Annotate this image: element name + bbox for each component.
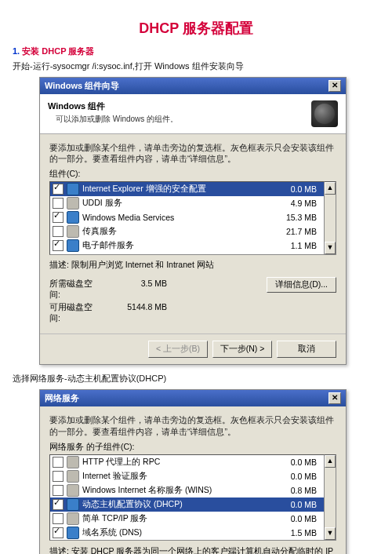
dialog1-title: Windows 组件向导 — [45, 80, 119, 92]
dialog2-listbox[interactable]: HTTP 代理上的 RPC0.0 MBInternet 验证服务0.0 MBWi… — [49, 454, 325, 541]
scroll-up-icon[interactable]: ▲ — [325, 455, 336, 468]
disk-available-label: 可用磁盘空间: — [49, 302, 96, 324]
dialog2-instructions: 要添加或删除某个组件，请单击旁边的复选框。灰色框表示只会安装该组件的一部分。要查… — [49, 414, 336, 436]
dialog2-description: 描述: 安装 DHCP 服务器为同一个网络上的客户端计算机自动分配临时的 IP … — [49, 545, 336, 554]
list-item[interactable]: HTTP 代理上的 RPC0.0 MB — [50, 455, 324, 469]
dialog1-instructions: 要添加或删除某个组件，请单击旁边的复选框。灰色框表示只会安装该组件的一部分。要查… — [49, 142, 336, 164]
item-size: 4.9 MB — [274, 199, 321, 208]
section-1-title: 安装 DHCP 服务器 — [22, 46, 94, 56]
component-icon — [67, 211, 79, 224]
checkbox[interactable] — [53, 471, 64, 482]
item-size: 0.0 MB — [274, 184, 321, 194]
close-icon[interactable]: ✕ — [328, 80, 341, 92]
item-size: 15.3 MB — [274, 213, 321, 222]
disk-required-label: 所需磁盘空间: — [49, 279, 96, 301]
item-label: Windows Internet 名称服务 (WINS) — [82, 485, 274, 496]
item-label: 域名系统 (DNS) — [82, 527, 274, 538]
checkbox[interactable] — [53, 198, 64, 209]
close-icon[interactable]: ✕ — [328, 392, 341, 404]
scroll-down-icon[interactable]: ▼ — [325, 242, 336, 254]
component-icon — [67, 470, 79, 483]
disk-available-value: 5144.8 MB — [96, 302, 173, 324]
item-label: 简单 TCP/IP 服务 — [82, 513, 274, 524]
checkbox[interactable] — [53, 499, 64, 510]
checkbox[interactable] — [53, 485, 64, 496]
component-icon — [67, 225, 79, 238]
instruction-line-2: 选择网络服务-动态主机配置协议(DHCP) — [13, 373, 379, 385]
component-icon — [67, 498, 79, 511]
item-size: 0.0 MB — [274, 500, 321, 509]
dialog1-banner: Windows 组件 可以添加或删除 Windows 的组件。 — [40, 94, 346, 134]
item-label: UDDI 服务 — [82, 198, 274, 209]
dialog1-group-label: 组件(C): — [49, 169, 336, 180]
component-icon — [67, 239, 79, 252]
list-item[interactable]: 简单 TCP/IP 服务0.0 MB — [50, 512, 324, 526]
dialog2-titlebar[interactable]: 网络服务 ✕ — [40, 390, 346, 406]
component-icon — [67, 456, 79, 468]
list-item[interactable]: 电子邮件服务1.1 MB — [50, 239, 324, 253]
dialog1-titlebar[interactable]: Windows 组件向导 ✕ — [40, 78, 346, 94]
next-button[interactable]: 下一步(N) > — [212, 341, 272, 358]
checkbox[interactable] — [53, 240, 64, 251]
item-label: 动态主机配置协议 (DHCP) — [82, 499, 274, 510]
component-icon — [67, 512, 79, 525]
list-item[interactable]: Internet 验证服务0.0 MB — [50, 469, 324, 483]
checkbox[interactable] — [53, 226, 64, 237]
scroll-up-icon[interactable]: ▲ — [325, 182, 336, 195]
cd-icon — [311, 100, 338, 127]
item-label: Internet 验证服务 — [82, 471, 274, 482]
list-item[interactable]: 动态主机配置协议 (DHCP)0.0 MB — [50, 498, 324, 512]
dialog1-description: 描述: 限制用户浏览 Internet 和 Intranet 网站 — [49, 260, 336, 271]
item-size: 1.5 MB — [274, 528, 321, 538]
item-size: 0.0 MB — [274, 472, 321, 481]
checkbox[interactable] — [53, 513, 64, 524]
list-item[interactable]: Internet Explorer 增强的安全配置0.0 MB — [50, 182, 324, 196]
item-size: 21.7 MB — [274, 227, 321, 236]
section-1-num: 1. — [13, 46, 20, 56]
section-1-heading: 1. 安装 DHCP 服务器 — [13, 46, 379, 57]
component-icon — [67, 484, 79, 497]
item-size: 1.1 MB — [274, 241, 321, 250]
component-icon — [67, 197, 79, 210]
instruction-line-1: 开始-运行-sysocmgr /i:sysoc.inf,打开 Windows 组… — [13, 60, 379, 72]
checkbox[interactable] — [53, 184, 64, 195]
list-item[interactable]: 传真服务21.7 MB — [50, 224, 324, 239]
list-item[interactable]: Windows Internet 名称服务 (WINS)0.8 MB — [50, 483, 324, 498]
dialog1-banner-title: Windows 组件 — [48, 100, 311, 112]
checkbox[interactable] — [53, 527, 64, 538]
dialog1-banner-subtitle: 可以添加或删除 Windows 的组件。 — [48, 114, 311, 125]
page-title: DHCP 服务器配置 — [13, 19, 379, 38]
dialog2-title: 网络服务 — [45, 392, 79, 404]
component-icon — [67, 183, 79, 195]
list-item[interactable]: UDDI 服务4.9 MB — [50, 196, 324, 210]
dialog2-group-label: 网络服务 的子组件(C): — [49, 442, 336, 453]
scroll-down-icon[interactable]: ▼ — [325, 527, 336, 540]
scrollbar[interactable]: ▲ ▼ — [325, 181, 336, 255]
component-icon — [67, 527, 79, 539]
scrollbar[interactable]: ▲ ▼ — [325, 454, 336, 541]
details-button[interactable]: 详细信息(D)... — [267, 277, 336, 293]
windows-components-wizard-dialog: Windows 组件向导 ✕ Windows 组件 可以添加或删除 Window… — [39, 77, 347, 365]
list-item[interactable]: Windows Media Services15.3 MB — [50, 210, 324, 224]
item-label: HTTP 代理上的 RPC — [82, 457, 274, 468]
dialog1-listbox[interactable]: Internet Explorer 增强的安全配置0.0 MBUDDI 服务4.… — [49, 181, 325, 255]
cancel-button[interactable]: 取消 — [277, 341, 336, 358]
network-services-dialog: 网络服务 ✕ 要添加或删除某个组件，请单击旁边的复选框。灰色框表示只会安装该组件… — [39, 389, 347, 554]
back-button[interactable]: < 上一步(B) — [148, 341, 208, 358]
checkbox[interactable] — [53, 457, 64, 468]
checkbox[interactable] — [53, 212, 64, 223]
item-label: 电子邮件服务 — [82, 240, 274, 251]
disk-required-value: 3.5 MB — [96, 279, 173, 301]
item-label: Windows Media Services — [82, 213, 274, 222]
item-label: 传真服务 — [82, 226, 274, 237]
list-item[interactable]: 域名系统 (DNS)1.5 MB — [50, 526, 324, 540]
item-label: Internet Explorer 增强的安全配置 — [82, 184, 274, 195]
item-size: 0.8 MB — [274, 486, 321, 495]
item-size: 0.0 MB — [274, 514, 321, 523]
item-size: 0.0 MB — [274, 457, 321, 467]
